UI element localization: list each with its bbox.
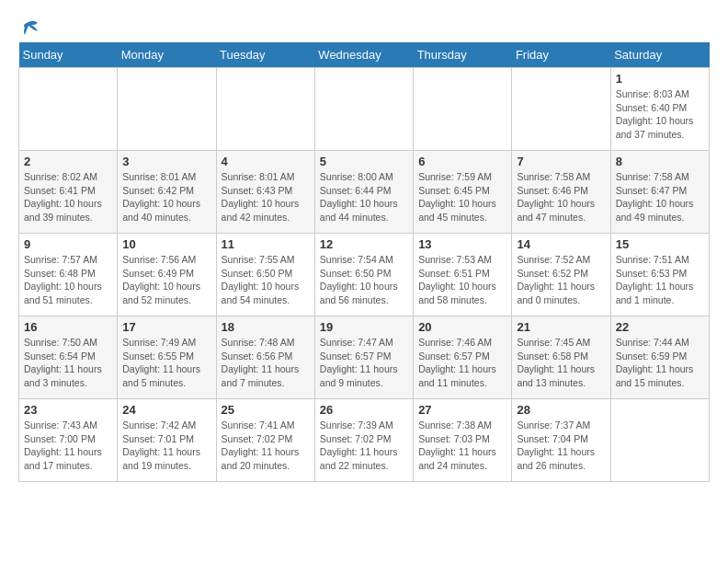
day-number: 22 — [616, 320, 704, 334]
day-number: 23 — [24, 403, 112, 417]
day-info: Sunrise: 7:58 AM Sunset: 6:47 PM Dayligh… — [616, 170, 704, 224]
day-cell: 25Sunrise: 7:41 AM Sunset: 7:02 PM Dayli… — [216, 399, 314, 482]
day-cell: 23Sunrise: 7:43 AM Sunset: 7:00 PM Dayli… — [19, 399, 118, 482]
week-row-1: 1Sunrise: 8:03 AM Sunset: 6:40 PM Daylig… — [19, 68, 710, 151]
day-number: 15 — [616, 237, 704, 251]
day-number: 13 — [418, 237, 506, 251]
day-cell: 9Sunrise: 7:57 AM Sunset: 6:48 PM Daylig… — [19, 234, 118, 316]
day-info: Sunrise: 7:51 AM Sunset: 6:53 PM Dayligh… — [616, 253, 704, 307]
day-cell — [216, 68, 314, 151]
day-number: 4 — [222, 155, 310, 168]
day-info: Sunrise: 7:50 AM Sunset: 6:54 PM Dayligh… — [24, 336, 112, 390]
day-info: Sunrise: 7:54 AM Sunset: 6:50 PM Dayligh… — [320, 253, 408, 307]
day-number: 10 — [122, 237, 210, 251]
day-cell: 12Sunrise: 7:54 AM Sunset: 6:50 PM Dayli… — [314, 234, 413, 316]
day-number: 28 — [517, 403, 605, 417]
day-info: Sunrise: 7:37 AM Sunset: 7:04 PM Dayligh… — [517, 419, 605, 473]
day-info: Sunrise: 7:56 AM Sunset: 6:49 PM Dayligh… — [122, 253, 210, 307]
weekday-wednesday: Wednesday — [314, 42, 413, 68]
day-info: Sunrise: 7:57 AM Sunset: 6:48 PM Dayligh… — [24, 253, 112, 307]
day-cell: 15Sunrise: 7:51 AM Sunset: 6:53 PM Dayli… — [610, 234, 709, 316]
day-cell: 19Sunrise: 7:47 AM Sunset: 6:57 PM Dayli… — [314, 316, 413, 399]
day-info: Sunrise: 7:42 AM Sunset: 7:01 PM Dayligh… — [122, 419, 210, 473]
day-cell — [19, 68, 118, 151]
week-row-4: 16Sunrise: 7:50 AM Sunset: 6:54 PM Dayli… — [19, 316, 710, 399]
day-info: Sunrise: 8:00 AM Sunset: 6:44 PM Dayligh… — [320, 170, 408, 224]
day-info: Sunrise: 8:02 AM Sunset: 6:41 PM Dayligh… — [24, 170, 112, 224]
day-cell: 22Sunrise: 7:44 AM Sunset: 6:59 PM Dayli… — [610, 316, 709, 399]
day-info: Sunrise: 7:39 AM Sunset: 7:02 PM Dayligh… — [320, 419, 408, 473]
day-cell: 5Sunrise: 8:00 AM Sunset: 6:44 PM Daylig… — [314, 151, 413, 234]
day-cell — [314, 68, 413, 151]
day-cell: 1Sunrise: 8:03 AM Sunset: 6:40 PM Daylig… — [610, 68, 709, 151]
day-cell: 3Sunrise: 8:01 AM Sunset: 6:42 PM Daylig… — [118, 151, 216, 234]
day-cell: 21Sunrise: 7:45 AM Sunset: 6:58 PM Dayli… — [512, 316, 610, 399]
day-number: 9 — [24, 237, 112, 251]
day-number: 14 — [517, 237, 605, 251]
day-cell: 6Sunrise: 7:59 AM Sunset: 6:45 PM Daylig… — [414, 151, 512, 234]
day-number: 24 — [122, 403, 210, 417]
day-number: 25 — [222, 403, 310, 417]
day-cell: 8Sunrise: 7:58 AM Sunset: 6:47 PM Daylig… — [610, 151, 709, 234]
day-number: 12 — [320, 237, 408, 251]
day-number: 7 — [517, 155, 605, 168]
day-cell — [118, 68, 216, 151]
day-number: 6 — [418, 155, 506, 168]
weekday-monday: Monday — [118, 42, 216, 68]
weekday-sunday: Sunday — [19, 42, 118, 68]
header — [18, 18, 710, 39]
day-cell: 13Sunrise: 7:53 AM Sunset: 6:51 PM Dayli… — [414, 234, 512, 316]
day-info: Sunrise: 8:03 AM Sunset: 6:40 PM Dayligh… — [616, 87, 704, 142]
day-info: Sunrise: 7:52 AM Sunset: 6:52 PM Dayligh… — [517, 253, 605, 307]
day-cell: 27Sunrise: 7:38 AM Sunset: 7:03 PM Dayli… — [414, 399, 512, 482]
day-cell: 18Sunrise: 7:48 AM Sunset: 6:56 PM Dayli… — [216, 316, 314, 399]
day-cell: 10Sunrise: 7:56 AM Sunset: 6:49 PM Dayli… — [118, 234, 216, 316]
day-number: 27 — [418, 403, 506, 417]
day-info: Sunrise: 8:01 AM Sunset: 6:43 PM Dayligh… — [222, 170, 310, 224]
day-number: 16 — [24, 320, 112, 334]
day-number: 18 — [222, 320, 310, 334]
weekday-header-row: SundayMondayTuesdayWednesdayThursdayFrid… — [19, 42, 710, 68]
day-number: 21 — [517, 320, 605, 334]
day-info: Sunrise: 7:46 AM Sunset: 6:57 PM Dayligh… — [418, 336, 506, 390]
day-number: 2 — [24, 155, 112, 168]
day-number: 26 — [320, 403, 408, 417]
day-cell — [610, 399, 709, 482]
week-row-5: 23Sunrise: 7:43 AM Sunset: 7:00 PM Dayli… — [19, 399, 710, 482]
day-cell: 24Sunrise: 7:42 AM Sunset: 7:01 PM Dayli… — [118, 399, 216, 482]
day-cell: 26Sunrise: 7:39 AM Sunset: 7:02 PM Dayli… — [314, 399, 413, 482]
logo-bird-icon — [21, 18, 41, 39]
day-cell: 16Sunrise: 7:50 AM Sunset: 6:54 PM Dayli… — [19, 316, 118, 399]
day-info: Sunrise: 7:58 AM Sunset: 6:46 PM Dayligh… — [517, 170, 605, 224]
week-row-2: 2Sunrise: 8:02 AM Sunset: 6:41 PM Daylig… — [19, 151, 710, 234]
day-cell — [414, 68, 512, 151]
day-cell: 20Sunrise: 7:46 AM Sunset: 6:57 PM Dayli… — [414, 316, 512, 399]
day-info: Sunrise: 8:01 AM Sunset: 6:42 PM Dayligh… — [122, 170, 210, 224]
day-cell: 4Sunrise: 8:01 AM Sunset: 6:43 PM Daylig… — [216, 151, 314, 234]
day-cell: 11Sunrise: 7:55 AM Sunset: 6:50 PM Dayli… — [216, 234, 314, 316]
day-info: Sunrise: 7:38 AM Sunset: 7:03 PM Dayligh… — [418, 419, 506, 473]
day-info: Sunrise: 7:53 AM Sunset: 6:51 PM Dayligh… — [418, 253, 506, 307]
day-cell — [512, 68, 610, 151]
day-info: Sunrise: 7:44 AM Sunset: 6:59 PM Dayligh… — [616, 336, 704, 390]
week-row-3: 9Sunrise: 7:57 AM Sunset: 6:48 PM Daylig… — [19, 234, 710, 316]
day-number: 8 — [616, 155, 704, 168]
day-info: Sunrise: 7:55 AM Sunset: 6:50 PM Dayligh… — [222, 253, 310, 307]
day-cell: 7Sunrise: 7:58 AM Sunset: 6:46 PM Daylig… — [512, 151, 610, 234]
day-number: 3 — [122, 155, 210, 168]
day-cell: 14Sunrise: 7:52 AM Sunset: 6:52 PM Dayli… — [512, 234, 610, 316]
day-number: 1 — [616, 72, 704, 86]
page-container: SundayMondayTuesdayWednesdayThursdayFrid… — [18, 18, 710, 482]
day-number: 20 — [418, 320, 506, 334]
day-info: Sunrise: 7:41 AM Sunset: 7:02 PM Dayligh… — [222, 419, 310, 473]
day-info: Sunrise: 7:48 AM Sunset: 6:56 PM Dayligh… — [222, 336, 310, 390]
weekday-tuesday: Tuesday — [216, 42, 314, 68]
day-info: Sunrise: 7:43 AM Sunset: 7:00 PM Dayligh… — [24, 419, 112, 473]
day-number: 19 — [320, 320, 408, 334]
day-number: 11 — [222, 237, 310, 251]
logo — [18, 18, 41, 39]
day-cell: 28Sunrise: 7:37 AM Sunset: 7:04 PM Dayli… — [512, 399, 610, 482]
day-info: Sunrise: 7:47 AM Sunset: 6:57 PM Dayligh… — [320, 336, 408, 390]
calendar-table: SundayMondayTuesdayWednesdayThursdayFrid… — [18, 42, 710, 482]
weekday-saturday: Saturday — [610, 42, 709, 68]
